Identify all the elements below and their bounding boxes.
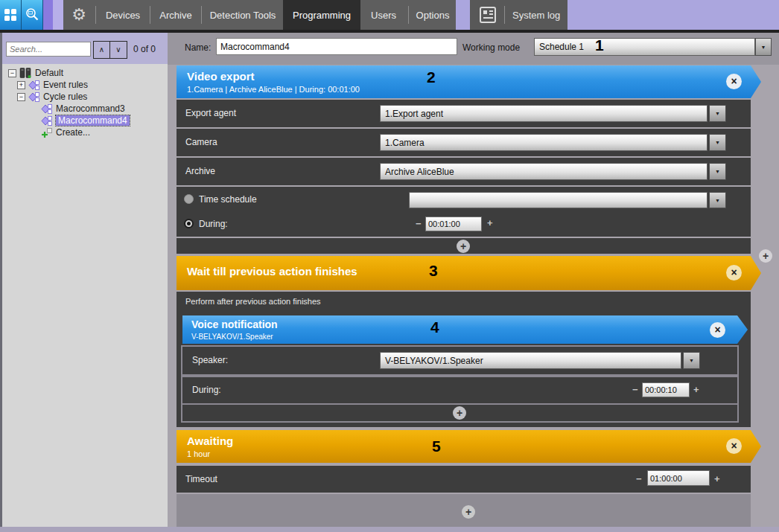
annotation-5: 5 bbox=[432, 438, 441, 455]
video-export-add-row: + bbox=[177, 238, 751, 254]
block-title: Wait till previous action finishes bbox=[187, 265, 357, 278]
collapse-expander-icon[interactable]: − bbox=[17, 93, 25, 101]
search-prev-button[interactable]: ∧ bbox=[94, 42, 110, 58]
export-agent-dropdown-button[interactable]: ▼ bbox=[709, 105, 726, 122]
toolbar-separator bbox=[201, 6, 202, 24]
toolbar-separator bbox=[150, 6, 150, 24]
during-time-input[interactable] bbox=[425, 217, 482, 231]
tree-item-macrocommand3[interactable]: Macrocommand3 bbox=[41, 103, 125, 115]
grid-icon bbox=[4, 8, 17, 22]
working-mode-dropdown-button[interactable]: ▼ bbox=[755, 38, 772, 56]
timeout-label: Timeout bbox=[185, 474, 217, 484]
tab-archive[interactable]: Archive bbox=[152, 0, 200, 30]
search-input[interactable] bbox=[6, 42, 91, 57]
timeout-time-input[interactable] bbox=[647, 470, 710, 486]
block-title: Awaiting bbox=[187, 435, 233, 447]
time-schedule-label: Time schedule bbox=[199, 194, 257, 205]
speaker-dropdown-button[interactable]: ▼ bbox=[683, 352, 700, 369]
dropdown-arrow-icon: ▼ bbox=[715, 169, 720, 174]
dropdown-arrow-icon: ▼ bbox=[761, 45, 766, 50]
time-schedule-dropdown[interactable] bbox=[409, 192, 708, 208]
search-next-button[interactable]: ∨ bbox=[110, 42, 127, 58]
rule-diamond-icon bbox=[28, 92, 40, 103]
tab-users[interactable]: Users bbox=[360, 0, 407, 30]
accent-strip-dark bbox=[43, 0, 53, 30]
archive-dropdown[interactable]: Archive AliceBlue bbox=[380, 163, 708, 180]
macro-diamond-icon bbox=[41, 115, 53, 126]
perform-note: Perform after previous action finishes bbox=[185, 297, 321, 306]
tree-item-default[interactable]: − Default bbox=[8, 67, 63, 79]
voice-during-time-input[interactable] bbox=[642, 382, 690, 397]
tab-programming[interactable]: Programming bbox=[283, 0, 360, 30]
add-action-button[interactable]: + bbox=[457, 240, 470, 253]
wait-block-header: Wait till previous action finishes × bbox=[177, 256, 761, 290]
plus-stepper-icon[interactable]: + bbox=[714, 473, 720, 484]
export-agent-dropdown[interactable]: 1.Export agent bbox=[380, 105, 708, 122]
system-log-icon bbox=[479, 6, 497, 24]
archive-label: Archive bbox=[185, 166, 215, 176]
time-schedule-radio[interactable] bbox=[184, 194, 194, 204]
expand-expander-icon[interactable]: + bbox=[17, 81, 25, 89]
awaiting-header: Awaiting 1 hour × bbox=[177, 430, 761, 463]
toolbar-gap bbox=[456, 0, 470, 30]
time-schedule-dropdown-button[interactable]: ▼ bbox=[709, 192, 726, 208]
create-plus-icon bbox=[41, 127, 53, 138]
settings-button[interactable]: ⚙ bbox=[66, 0, 92, 30]
dropdown-arrow-icon: ▼ bbox=[715, 111, 720, 116]
chevron-down-icon: ∨ bbox=[115, 45, 121, 54]
plus-stepper-icon[interactable]: + bbox=[693, 384, 699, 395]
selected-tree-label: Macrocommand4 bbox=[56, 115, 130, 126]
system-log-button[interactable]: System log bbox=[470, 0, 567, 30]
speaker-label: Speaker: bbox=[192, 355, 228, 365]
toolbar-fill bbox=[567, 0, 779, 30]
tree-item-macrocommand4[interactable]: Macrocommand4 bbox=[41, 115, 130, 126]
tree-item-cycle-rules[interactable]: − Cycle rules bbox=[17, 91, 87, 103]
block-title: Video export bbox=[187, 70, 255, 83]
camera-dropdown-button[interactable]: ▼ bbox=[709, 134, 726, 151]
plus-stepper-icon[interactable]: + bbox=[487, 217, 493, 228]
close-icon[interactable]: × bbox=[726, 438, 742, 454]
export-agent-label: Export agent bbox=[185, 108, 236, 118]
close-icon[interactable]: × bbox=[726, 265, 742, 281]
during-label: During: bbox=[199, 219, 228, 229]
minus-stepper-icon[interactable]: − bbox=[416, 218, 422, 229]
window-bottom-strip bbox=[0, 527, 779, 532]
search-match-count: 0 of 0 bbox=[133, 44, 156, 54]
tab-detection-tools[interactable]: Detection Tools bbox=[203, 0, 283, 30]
annotation-3: 3 bbox=[429, 262, 438, 280]
working-mode-label: Working mode bbox=[462, 42, 520, 53]
block-subtitle: 1.Camera | Archive AliceBlue | During: 0… bbox=[187, 85, 360, 94]
toolbar-separator bbox=[504, 6, 505, 24]
close-icon[interactable]: × bbox=[726, 74, 742, 89]
tree-item-event-rules[interactable]: + Event rules bbox=[17, 79, 88, 91]
collapse-expander-icon[interactable]: − bbox=[8, 69, 16, 77]
sidebar-search-bar: ∧ ∨ 0 of 0 bbox=[2, 33, 168, 64]
add-action-button[interactable]: + bbox=[462, 505, 475, 519]
during-radio[interactable] bbox=[184, 219, 194, 228]
voice-notification-header: Voice notification V-BELYAKOV/1.Speaker … bbox=[182, 315, 748, 344]
close-icon[interactable]: × bbox=[710, 322, 725, 338]
camera-dropdown[interactable]: 1.Camera bbox=[380, 134, 708, 151]
search-panel-button[interactable] bbox=[22, 0, 43, 30]
minus-stepper-icon[interactable]: − bbox=[632, 384, 638, 395]
dropdown-arrow-icon: ▼ bbox=[715, 140, 720, 145]
archive-dropdown-button[interactable]: ▼ bbox=[709, 163, 726, 180]
working-mode-dropdown[interactable]: Schedule 1 bbox=[534, 38, 755, 56]
macro-diamond-icon bbox=[41, 103, 53, 115]
dropdown-arrow-icon: ▼ bbox=[715, 198, 720, 203]
insert-action-button[interactable]: + bbox=[759, 249, 772, 263]
tree-item-create[interactable]: Create... bbox=[41, 126, 90, 138]
gear-icon: ⚙ bbox=[71, 0, 86, 30]
speaker-dropdown[interactable]: V-BELYAKOV/1.Speaker bbox=[380, 352, 681, 369]
macro-name-input[interactable] bbox=[216, 38, 457, 55]
add-action-button[interactable]: + bbox=[453, 406, 466, 420]
block-subtitle: 1 hour bbox=[187, 449, 210, 458]
minus-stepper-icon[interactable]: − bbox=[636, 473, 642, 484]
layouts-button[interactable] bbox=[0, 0, 22, 30]
annotation-4: 4 bbox=[430, 318, 439, 336]
tab-options[interactable]: Options bbox=[410, 0, 456, 30]
tab-devices[interactable]: Devices bbox=[98, 0, 148, 30]
video-export-header: Video export 1.Camera | Archive AliceBlu… bbox=[177, 65, 761, 98]
search-icon bbox=[25, 7, 39, 22]
block-subtitle: V-BELYAKOV/1.Speaker bbox=[191, 333, 273, 341]
